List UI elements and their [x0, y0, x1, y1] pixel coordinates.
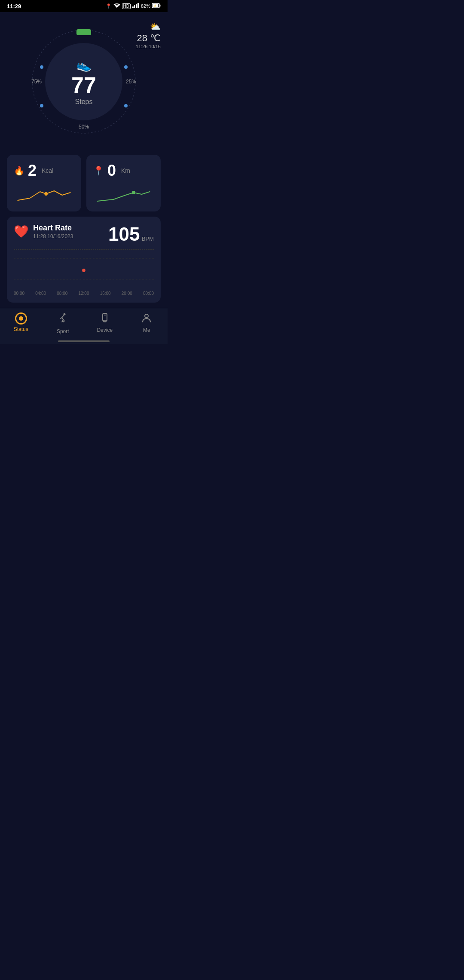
gauge-section: ⛅ 28 ℃ 11:26 10/16 0% 50% 75% 25%: [7, 17, 161, 146]
nav-status[interactable]: Status: [0, 312, 42, 334]
home-indicator: [58, 340, 110, 342]
calories-chart: [14, 183, 74, 205]
svg-point-15: [64, 313, 66, 315]
distance-icon: 📍: [93, 165, 104, 176]
steps-icon: 👟: [76, 58, 92, 72]
time-label-5: 20:00: [122, 291, 132, 296]
svg-rect-4: [137, 3, 139, 8]
heart-rate-top: ❤️ Heart Rate 11:28 10/16/2023 105 BPM: [14, 224, 154, 245]
status-icons: 📍 HD 82% ⚡: [106, 3, 161, 9]
signal-icon: [132, 3, 139, 9]
time-label-0: 00:00: [14, 291, 24, 296]
circular-gauge: 0% 50% 75% 25% 👟 77 Steps: [28, 26, 140, 138]
status-nav-icon: [15, 312, 27, 325]
heart-datetime: 11:28 10/16/2023: [33, 233, 73, 239]
heart-title-section: ❤️ Heart Rate 11:28 10/16/2023: [14, 224, 73, 239]
wifi-icon: [113, 3, 120, 9]
gauge-pct-left: 75%: [31, 79, 42, 85]
heart-divider: [14, 249, 154, 250]
svg-text:⚡: ⚡: [153, 4, 157, 8]
heart-value-section: 105 BPM: [108, 224, 154, 245]
heart-rate-card: ❤️ Heart Rate 11:28 10/16/2023 105 BPM: [7, 217, 161, 303]
time-label-1: 04:00: [35, 291, 46, 296]
gauge-battery: [76, 29, 91, 35]
time-label-4: 16:00: [100, 291, 111, 296]
device-icon: [99, 312, 110, 325]
svg-rect-6: [160, 5, 161, 7]
steps-count: 77: [71, 74, 96, 96]
sport-icon: [57, 312, 68, 327]
nav-status-label: Status: [14, 326, 28, 332]
gauge-pct-bottom: 50%: [79, 124, 89, 130]
heart-title: Heart Rate: [33, 224, 73, 233]
calories-value: 2: [28, 162, 37, 180]
status-nav-dot: [19, 316, 23, 321]
location-icon: 📍: [106, 3, 112, 9]
distance-unit: Km: [121, 167, 130, 174]
time-label-6: 00:00: [143, 291, 154, 296]
heart-chart-area: [14, 254, 154, 288]
nav-me[interactable]: Me: [126, 312, 168, 334]
heart-time-labels: 00:00 04:00 08:00 12:00 16:00 20:00 00:0…: [14, 291, 154, 296]
heart-value: 105: [108, 224, 140, 245]
svg-point-10: [44, 192, 48, 196]
nav-device-label: Device: [97, 327, 113, 333]
svg-point-14: [82, 269, 85, 272]
main-content: ⛅ 28 ℃ 11:26 10/16 0% 50% 75% 25%: [0, 12, 168, 303]
gauge-dot-top-left: [40, 65, 43, 69]
nav-sport-label: Sport: [57, 328, 69, 334]
calories-icon: 🔥: [14, 165, 24, 176]
svg-point-0: [116, 7, 117, 8]
nav-me-label: Me: [143, 327, 150, 333]
heart-icon: ❤️: [14, 224, 29, 239]
me-icon: [141, 312, 152, 325]
status-time: 11:29: [7, 3, 21, 9]
distance-card: 📍 0 Km: [86, 155, 161, 211]
svg-rect-1: [132, 6, 134, 8]
battery-text: 82%: [141, 3, 150, 9]
svg-point-19: [145, 314, 148, 318]
calories-header: 🔥 2 Kcal: [14, 162, 74, 180]
metrics-row: 🔥 2 Kcal 📍 0 Km: [7, 155, 161, 211]
gauge-pct-right: 25%: [126, 79, 136, 85]
distance-value: 0: [107, 162, 116, 180]
status-bar: 11:29 📍 HD 82% ⚡: [0, 0, 168, 12]
nav-sport[interactable]: Sport: [42, 312, 84, 334]
nav-device[interactable]: Device: [84, 312, 126, 334]
calories-unit: Kcal: [42, 167, 53, 174]
svg-rect-2: [134, 5, 135, 8]
bottom-nav: Status Sport Device: [0, 308, 168, 338]
battery-icon: ⚡: [152, 3, 161, 9]
distance-header: 📍 0 Km: [93, 162, 154, 180]
gauge-dot-top-right: [124, 65, 128, 69]
steps-label: Steps: [75, 98, 93, 106]
distance-chart: [93, 183, 154, 205]
time-label-3: 12:00: [78, 291, 89, 296]
time-label-2: 08:00: [57, 291, 67, 296]
heart-unit: BPM: [142, 236, 154, 242]
svg-point-11: [132, 191, 135, 194]
bottom-bar: [0, 338, 168, 344]
gauge-dot-bottom-right: [124, 104, 128, 107]
gauge-inner: 👟 77 Steps: [45, 43, 122, 120]
hd-badge: HD: [122, 3, 131, 9]
gauge-dot-bottom-left: [40, 104, 43, 107]
calories-card: 🔥 2 Kcal: [7, 155, 81, 211]
svg-rect-3: [136, 4, 137, 8]
